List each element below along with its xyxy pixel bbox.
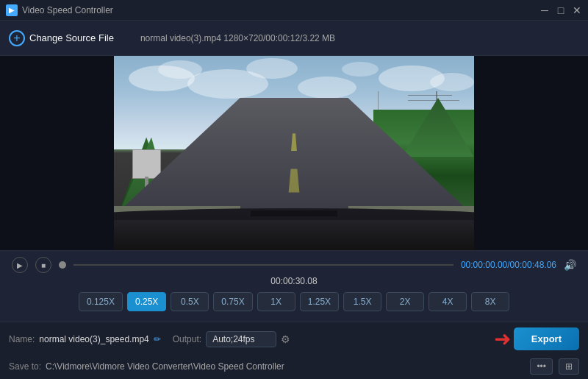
bottom-info-bar: Name: normal video(3)_speed.mp4 ✏ Output… [0, 322, 588, 355]
open-folder-button[interactable]: ⊞ [559, 358, 579, 375]
playback-row: ▶ ■ 00:00:00.00/00:00:48.06 🔊 [12, 257, 576, 273]
more-options-button[interactable]: ••• [530, 358, 553, 375]
output-label: Output: [173, 334, 201, 344]
current-timestamp: 00:00:30.08 [12, 276, 576, 286]
title-bar-controls[interactable]: ─ □ ✕ [539, 5, 582, 15]
controls-bar: ▶ ■ 00:00:00.00/00:00:48.06 🔊 00:00:30.0… [0, 250, 588, 322]
export-button[interactable]: Export [514, 327, 579, 350]
play-button[interactable]: ▶ [12, 257, 28, 273]
billboard [132, 149, 161, 179]
speed-button-075x[interactable]: 0.75X [213, 292, 252, 311]
time-display: 00:00:00.00/00:00:48.06 [461, 260, 556, 270]
plus-icon: + [9, 30, 25, 46]
speed-button-025x[interactable]: 0.25X [127, 292, 166, 311]
export-area: ➜ Export [494, 327, 579, 351]
speed-button-4x[interactable]: 4X [429, 292, 467, 311]
bottom-left: Name: normal video(3)_speed.mp4 ✏ Output… [9, 331, 290, 347]
app-title: Video Speed Controller [22, 5, 113, 15]
video-area [0, 56, 588, 250]
road-mark [283, 169, 304, 192]
speed-button-8x[interactable]: 8X [471, 292, 509, 311]
dashboard-base [114, 220, 474, 250]
title-bar: ▶ Video Speed Controller ─ □ ✕ [0, 0, 588, 21]
change-source-label: Change Source File [29, 32, 114, 43]
save-icons: ••• ⊞ [530, 358, 579, 375]
speed-button-15x[interactable]: 1.5X [343, 292, 381, 311]
cloud [342, 62, 379, 77]
save-to-label: Save to: [9, 361, 41, 372]
speed-button-2x[interactable]: 2X [386, 292, 424, 311]
speed-button-1x[interactable]: 1X [257, 292, 295, 311]
close-button[interactable]: ✕ [572, 5, 582, 15]
speed-button-05x[interactable]: 0.5X [171, 292, 209, 311]
progress-bar[interactable] [74, 264, 453, 266]
speed-button-0125x[interactable]: 0.125X [79, 292, 123, 311]
output-row: Output: Auto;24fps ⚙ [173, 331, 290, 347]
road-scene [114, 56, 474, 250]
title-bar-left: ▶ Video Speed Controller [6, 4, 113, 16]
speed-button-125x[interactable]: 1.25X [300, 292, 339, 311]
toolbar: + Change Source File normal video(3).mp4… [0, 21, 588, 56]
name-row: Name: normal video(3)_speed.mp4 ✏ [9, 334, 161, 344]
save-row: Save to: C:\Vidmore\Vidmore Video Conver… [0, 355, 588, 379]
minimize-button[interactable]: ─ [539, 5, 550, 15]
video-preview [114, 56, 474, 250]
stop-button[interactable]: ■ [35, 257, 51, 273]
output-select[interactable]: Auto;24fps [206, 331, 276, 347]
main-content: ▶ ■ 00:00:00.00/00:00:48.06 🔊 00:00:30.0… [0, 56, 588, 379]
maximize-button[interactable]: □ [556, 5, 566, 15]
app-icon: ▶ [6, 4, 18, 16]
arrow-icon: ➜ [494, 327, 511, 351]
gear-icon[interactable]: ⚙ [281, 333, 290, 345]
name-value: normal video(3)_speed.mp4 [39, 334, 148, 344]
change-source-button[interactable]: + Change Source File [9, 30, 114, 46]
cloud [246, 58, 298, 79]
save-path: C:\Vidmore\Vidmore Video Converter\Video… [46, 361, 284, 372]
save-left: Save to: C:\Vidmore\Vidmore Video Conver… [9, 361, 284, 372]
progress-handle[interactable] [59, 261, 66, 269]
power-line [408, 100, 459, 101]
cloud [430, 73, 474, 91]
volume-icon[interactable]: 🔊 [564, 259, 576, 271]
speed-buttons: 0.125X0.25X0.5X0.75X1X1.25X1.5X2X4X8X [12, 292, 576, 311]
road-mark [287, 133, 301, 151]
cloud [298, 77, 356, 99]
wiper-area [251, 210, 337, 216]
file-info: normal video(3).mp4 1280×720/00:00:12/3.… [140, 33, 335, 43]
power-line [408, 95, 452, 96]
name-label: Name: [9, 334, 35, 344]
edit-icon[interactable]: ✏ [154, 334, 161, 344]
